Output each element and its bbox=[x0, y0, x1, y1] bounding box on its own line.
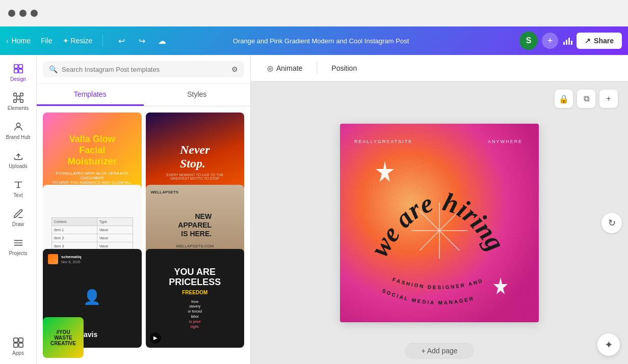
apparel-brand: WELLAPSETS bbox=[151, 190, 179, 194]
tab-templates[interactable]: Templates bbox=[37, 84, 144, 106]
sidebar-item-apps[interactable]: Apps bbox=[2, 333, 35, 360]
tab-styles[interactable]: Styles bbox=[144, 84, 251, 106]
svg-rect-9 bbox=[13, 93, 16, 96]
template-card-priceless[interactable]: YOU AREPRICELESS FREEDOM fromslaveryor f… bbox=[146, 249, 245, 348]
dot-2 bbox=[19, 10, 27, 17]
user-avatar[interactable]: S bbox=[519, 32, 538, 50]
svg-text:ANYWHERE: ANYWHERE bbox=[488, 139, 522, 144]
titlebar bbox=[0, 0, 628, 26]
uploads-label: Uploads bbox=[9, 163, 28, 169]
canvas-content: 🔒 ⧉ + ↻ bbox=[251, 81, 628, 364]
design-icon bbox=[13, 63, 24, 74]
templates-panel: 🔍 ⚙ Templates Styles Valla GlowFacialMoi… bbox=[37, 55, 251, 364]
card-never-title: NeverStop. bbox=[180, 143, 210, 170]
card-logo bbox=[48, 254, 58, 264]
search-bar: 🔍 ⚙ bbox=[37, 55, 250, 84]
sidebar-item-draw[interactable]: Draw bbox=[2, 204, 35, 231]
apparel-title: NEWAPPARELIS HERE. bbox=[174, 208, 216, 242]
play-badge-priceless: ▶ bbox=[150, 332, 161, 344]
draw-icon bbox=[13, 208, 24, 219]
toolbar-divider bbox=[317, 62, 317, 74]
svg-rect-4 bbox=[14, 65, 17, 68]
svg-rect-6 bbox=[14, 69, 17, 73]
elements-icon bbox=[13, 92, 24, 103]
elements-label: Elements bbox=[8, 105, 29, 111]
svg-point-13 bbox=[16, 123, 20, 127]
design-label: Design bbox=[10, 76, 26, 82]
animate-button[interactable]: ◎ Animate bbox=[261, 61, 308, 75]
card-valla-title: Valla GlowFacialMoisturizer bbox=[68, 134, 117, 167]
search-input[interactable] bbox=[62, 66, 227, 73]
sidebar-item-uploads[interactable]: Uploads bbox=[2, 146, 35, 173]
template-grid: Valla GlowFacialMoisturizer FORMULATED W… bbox=[37, 106, 250, 364]
dot-3 bbox=[31, 10, 38, 17]
analytics-button[interactable] bbox=[562, 36, 572, 46]
add-collaborator-button[interactable]: + bbox=[542, 33, 558, 49]
duplicate-button[interactable]: ⧉ bbox=[577, 90, 595, 108]
lock-button[interactable]: 🔒 bbox=[555, 90, 573, 108]
design-canvas[interactable]: REALLYGREATSITE ANYWHERE bbox=[340, 124, 539, 322]
search-icon: 🔍 bbox=[49, 65, 58, 73]
frame-tools: 🔒 ⧉ + bbox=[555, 90, 618, 108]
template-card-waste[interactable]: #YOU WASTECREATIVE bbox=[43, 317, 84, 358]
text-label: Text bbox=[13, 192, 22, 198]
priceless-sub: FREEDOM bbox=[182, 290, 207, 295]
dot-1 bbox=[8, 10, 15, 17]
refresh-button[interactable]: ↻ bbox=[601, 213, 622, 233]
svg-rect-11 bbox=[13, 100, 16, 103]
hiring-artwork: REALLYGREATSITE ANYWHERE bbox=[340, 124, 539, 322]
share-icon: ↗ bbox=[585, 37, 591, 45]
svg-rect-16 bbox=[13, 343, 17, 347]
svg-rect-14 bbox=[13, 338, 17, 342]
home-label: Home bbox=[12, 37, 31, 45]
chevron-left-icon: ‹ bbox=[6, 37, 9, 45]
priceless-body: fromslaveryor forcedlaboris yourright. bbox=[188, 299, 202, 329]
priceless-title: YOU AREPRICELESS bbox=[169, 267, 221, 288]
svg-rect-3 bbox=[571, 41, 572, 45]
svg-text:REALLYGREATSITE: REALLYGREATSITE bbox=[354, 139, 412, 144]
svg-point-8 bbox=[16, 96, 20, 99]
projects-label: Projects bbox=[9, 250, 27, 256]
undo-button[interactable]: ↩ bbox=[113, 33, 129, 49]
svg-rect-5 bbox=[18, 65, 22, 68]
sidebar-item-text[interactable]: Text bbox=[2, 175, 35, 202]
svg-rect-12 bbox=[20, 100, 22, 103]
sidebar-item-design[interactable]: Design bbox=[2, 59, 35, 86]
file-button[interactable]: File bbox=[41, 37, 53, 45]
brand-icon bbox=[13, 121, 24, 132]
main-layout: Design Elements Brand Hub Upl bbox=[0, 55, 628, 364]
canvas-area: ◎ Animate Position 🔒 ⧉ + ↻ bbox=[251, 55, 628, 364]
resize-icon: ✦ bbox=[63, 37, 69, 45]
add-page-button[interactable]: + Add page bbox=[405, 343, 474, 359]
svg-rect-10 bbox=[20, 93, 22, 96]
card-brand-name: schematiq bbox=[61, 255, 82, 259]
add-frame-button[interactable]: + bbox=[599, 90, 618, 108]
panel-tabs: Templates Styles bbox=[37, 84, 250, 106]
card-table: ContentType Item 1Value Item 2Value Item… bbox=[51, 217, 133, 250]
save-button[interactable]: ☁ bbox=[154, 33, 170, 49]
card-never-sub: EVERY MOMENT TO LIVE TO THEGREATEST MOTT… bbox=[166, 173, 223, 180]
sidebar-item-brand-hub[interactable]: Brand Hub bbox=[2, 117, 35, 144]
canvas-toolbar: ◎ Animate Position bbox=[251, 55, 628, 81]
filter-icon[interactable]: ⚙ bbox=[231, 65, 238, 73]
magic-button[interactable]: ✦ bbox=[597, 333, 620, 356]
card-brand-row: schematiq Nov 8, 2020 bbox=[48, 254, 137, 264]
card-date: Nov 8, 2020 bbox=[61, 260, 82, 264]
apps-label: Apps bbox=[12, 350, 24, 356]
apps-icon bbox=[13, 337, 24, 348]
svg-rect-7 bbox=[18, 69, 22, 73]
topnav: ‹ Home File ✦ Resize ↩ ↪ ☁ Orange and Pi… bbox=[0, 26, 628, 55]
sidebar-item-projects[interactable]: Projects bbox=[2, 233, 35, 260]
svg-rect-0 bbox=[563, 42, 565, 45]
text-icon bbox=[13, 179, 24, 190]
position-button[interactable]: Position bbox=[325, 61, 363, 75]
brand-hub-label: Brand Hub bbox=[6, 134, 31, 140]
redo-button[interactable]: ↪ bbox=[134, 33, 150, 49]
share-button[interactable]: ↗ Share bbox=[577, 33, 622, 49]
resize-button[interactable]: ✦ Resize bbox=[63, 37, 93, 45]
svg-rect-1 bbox=[566, 40, 567, 45]
left-sidebar: Design Elements Brand Hub Upl bbox=[0, 55, 37, 364]
home-button[interactable]: ‹ Home bbox=[6, 37, 31, 45]
sidebar-item-elements[interactable]: Elements bbox=[2, 88, 35, 115]
svg-rect-15 bbox=[18, 338, 22, 342]
